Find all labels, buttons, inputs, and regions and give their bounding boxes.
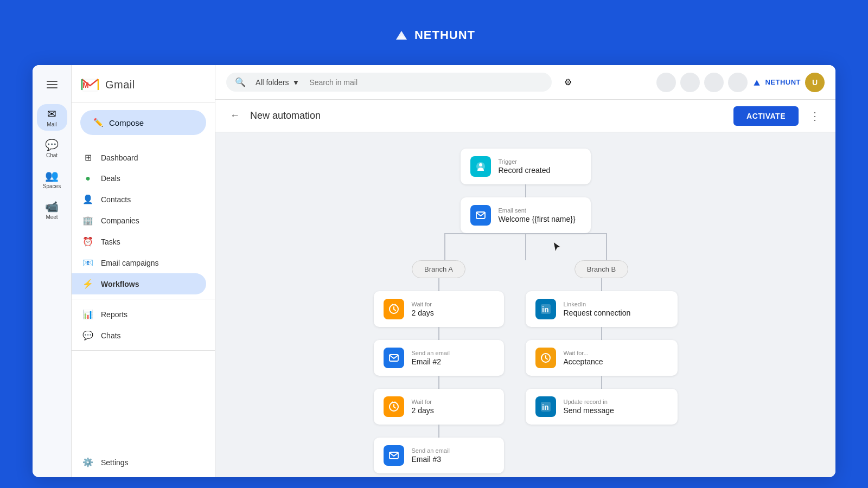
- wait-acceptance-label: Wait for...: [564, 350, 603, 356]
- branch-h-line: [444, 233, 607, 234]
- sidebar-item-spaces[interactable]: 👥 Spaces: [37, 166, 67, 192]
- sidebar-item-mail[interactable]: ✉ Mail: [37, 104, 67, 131]
- icon-circle-2[interactable]: [680, 73, 700, 92]
- svg-text:in: in: [542, 403, 548, 412]
- connector-1: [525, 184, 526, 197]
- nethunt-brand-text: NETHUNT: [765, 78, 801, 86]
- send-email-3-text: Send an email Email #3: [412, 447, 450, 464]
- sidebar-item-settings[interactable]: ⚙️ Settings: [72, 452, 206, 473]
- search-box[interactable]: 🔍 All folders ▼: [226, 73, 552, 92]
- branch-a-connector-2: [438, 376, 439, 389]
- email-sent-label: Email sent: [499, 207, 576, 214]
- branch-a-node-3[interactable]: Send an email Email #3: [374, 438, 504, 473]
- linkedin-icon-0: in: [535, 299, 556, 319]
- compose-label: Compose: [109, 118, 144, 127]
- branch-b-node-1[interactable]: Wait for... Acceptance: [526, 340, 678, 376]
- sidebar-item-companies[interactable]: 🏢 Companies: [72, 210, 206, 231]
- update-record-label: Update record in: [564, 399, 614, 405]
- send-email-3-title: Email #3: [412, 455, 450, 464]
- wait-acceptance-title: Acceptance: [564, 357, 603, 366]
- contacts-label: Contacts: [101, 195, 131, 204]
- email-campaigns-icon: 📧: [82, 258, 93, 268]
- back-button[interactable]: ←: [226, 107, 244, 125]
- svg-point-9: [479, 163, 482, 166]
- folder-select[interactable]: All folders ▼: [251, 78, 304, 87]
- branch-left-line: [444, 233, 445, 260]
- wait-1-text: Wait for 2 days: [412, 399, 434, 415]
- main-container: ✉ Mail 💬 Chat 👥 Spaces 📹 Meet: [33, 65, 835, 477]
- sidebar-item-dashboard[interactable]: ⊞ Dashboard: [72, 147, 206, 168]
- branch-a-label: Branch A: [412, 260, 465, 278]
- top-right-icons: NETHUNT U: [656, 73, 825, 92]
- branch-b-label: Branch B: [575, 260, 628, 278]
- icon-circle-4[interactable]: [728, 73, 748, 92]
- branch-a-node-1[interactable]: Send an email Email #2: [374, 340, 504, 376]
- trigger-node[interactable]: Trigger Record created: [461, 149, 591, 184]
- branch-a-column: Branch A: [374, 260, 504, 473]
- email-campaigns-label: Email campaigns: [101, 259, 159, 267]
- nav-divider-2: [72, 350, 215, 351]
- companies-label: Companies: [101, 216, 139, 225]
- chats-icon: 💬: [82, 330, 93, 341]
- sidebar-item-workflows[interactable]: ⚡ Workflows: [72, 273, 206, 294]
- reports-label: Reports: [101, 310, 127, 319]
- svg-rect-4: [47, 87, 58, 88]
- compose-button[interactable]: ✏️ Compose: [80, 110, 206, 135]
- branch-b-node-2[interactable]: in Update record in Send message: [526, 389, 678, 425]
- update-record-text: Update record in Send message: [564, 399, 614, 415]
- linkedin-icon-1: in: [535, 396, 556, 417]
- wait-0-title: 2 days: [412, 309, 434, 317]
- nethunt-brand-icon: [752, 78, 762, 87]
- wait-acceptance-icon: [535, 348, 556, 368]
- nethunt-logo-text: NETHUNT: [414, 28, 475, 42]
- main-content: 🔍 All folders ▼ ⚙ NETHUNT: [215, 65, 835, 477]
- sidebar-item-reports[interactable]: 📊 Reports: [72, 304, 206, 325]
- spaces-label: Spaces: [43, 183, 61, 189]
- svg-text:in: in: [542, 305, 548, 314]
- sidebar-item-tasks[interactable]: ⏰ Tasks: [72, 231, 206, 252]
- cursor: [552, 241, 563, 256]
- branch-a-connector-3: [438, 425, 439, 438]
- nav-divider: [72, 299, 215, 299]
- search-input[interactable]: [309, 78, 543, 87]
- branch-a-connector-0: [438, 278, 439, 291]
- mail-icon: ✉: [47, 107, 56, 120]
- sidebar-item-meet[interactable]: 📹 Meet: [37, 197, 67, 223]
- companies-icon: 🏢: [82, 215, 93, 226]
- deals-label: Deals: [101, 174, 120, 183]
- linkedin-0-label: LinkedIn: [564, 301, 631, 307]
- svg-text:M: M: [82, 81, 89, 89]
- user-avatar[interactable]: U: [805, 73, 825, 92]
- sidebar-item-chats[interactable]: 💬 Chats: [72, 325, 206, 346]
- wait-0-text: Wait for 2 days: [412, 301, 434, 317]
- branch-a-connector-1: [438, 327, 439, 340]
- icon-circle-3[interactable]: [704, 73, 724, 92]
- gmail-header: M Gmail: [72, 65, 215, 102]
- settings-icon: ⚙️: [82, 457, 93, 467]
- sidebar-item-chat[interactable]: 💬 Chat: [37, 135, 67, 162]
- sidebar-item-email-campaigns[interactable]: 📧 Email campaigns: [72, 252, 206, 273]
- sidebar-item-deals[interactable]: ● Deals: [72, 168, 206, 189]
- email-sent-node[interactable]: Email sent Welcome {{first name}}: [461, 197, 591, 233]
- deals-icon: ●: [82, 174, 93, 183]
- activate-button[interactable]: ACTIVATE: [733, 106, 799, 126]
- more-options-button[interactable]: ⋮: [805, 106, 825, 126]
- wait-1-title: 2 days: [412, 406, 434, 415]
- trigger-title: Record created: [499, 166, 551, 175]
- branch-a-node-0[interactable]: Wait for 2 days: [374, 291, 504, 327]
- filter-button[interactable]: ⚙: [558, 73, 578, 92]
- meet-icon: 📹: [45, 200, 59, 213]
- sidebar-item-contacts[interactable]: 👤 Contacts: [72, 189, 206, 210]
- workflows-label: Workflows: [101, 280, 139, 288]
- branch-split-connector: [363, 233, 688, 260]
- hamburger-button[interactable]: [41, 74, 63, 95]
- branch-b-node-0[interactable]: in LinkedIn Request connection: [526, 291, 678, 327]
- spaces-icon: 👥: [45, 169, 59, 182]
- gmail-logo: M: [80, 75, 100, 94]
- branch-a-node-2[interactable]: Wait for 2 days: [374, 389, 504, 425]
- automation-header: ← New automation ACTIVATE ⋮: [215, 100, 835, 132]
- icon-circle-1[interactable]: [656, 73, 676, 92]
- wait-acceptance-text: Wait for... Acceptance: [564, 350, 603, 366]
- trigger-label: Trigger: [499, 158, 551, 165]
- update-record-title: Send message: [564, 406, 614, 415]
